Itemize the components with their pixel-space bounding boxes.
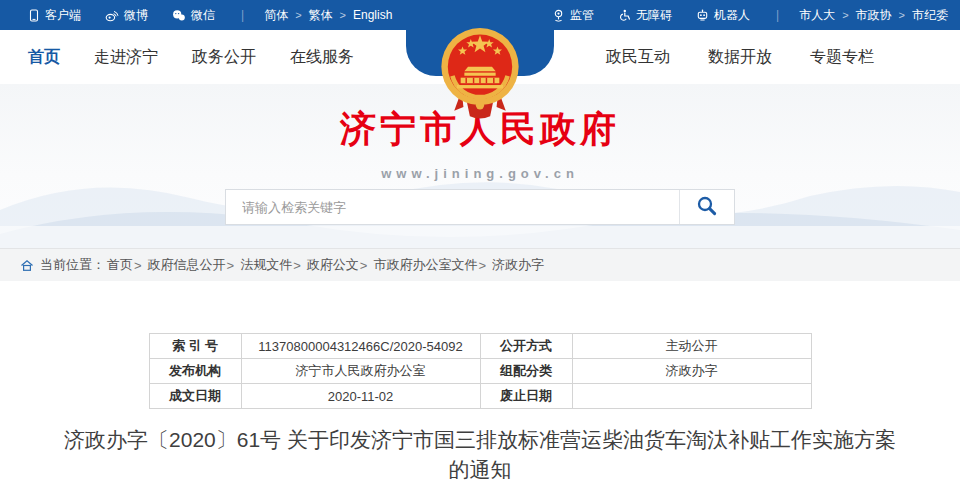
robot-icon [696, 9, 709, 22]
breadcrumb-item-gov-documents[interactable]: 政府公文 [307, 256, 359, 274]
lang-simplified-link[interactable]: 简体 [264, 7, 288, 24]
cppcc-link[interactable]: 市政协 [856, 7, 892, 24]
site-url: www.jining.gov.cn [0, 166, 960, 181]
document-metadata-table: 索 引 号 11370800004312466C/2020-54092 公开方式… [149, 333, 812, 409]
wechat-label: 微信 [191, 7, 215, 24]
breadcrumb-separator: > [134, 258, 142, 273]
nav-menu-left: 首页 走进济宁 政务公开 在线服务 [28, 47, 354, 68]
document-title: 济政办字〔2020〕61号 关于印发济宁市国三排放标准营运柴油货车淘汰补贴工作实… [54, 425, 906, 482]
table-cell-label: 废止日期 [480, 384, 572, 409]
table-cell-label: 成文日期 [149, 384, 241, 409]
nav-item-online-services[interactable]: 在线服务 [290, 47, 354, 68]
table-cell-value: 主动公开 [572, 334, 811, 359]
breadcrumb-separator: > [227, 258, 235, 273]
supervision-label: 监管 [570, 7, 594, 24]
site-link-separator: > [842, 9, 848, 21]
client-app-label: 客户端 [45, 7, 81, 24]
lang-english-link[interactable]: English [353, 8, 392, 22]
breadcrumb-item-office-documents[interactable]: 市政府办公室文件 [373, 256, 477, 274]
table-cell-label: 公开方式 [480, 334, 572, 359]
accessibility-icon [618, 9, 631, 22]
nav-item-home[interactable]: 首页 [28, 47, 60, 68]
wechat-link[interactable]: 微信 [172, 7, 215, 24]
mobile-icon [28, 9, 40, 22]
lang-separator: > [340, 9, 346, 21]
topbar-divider: | [241, 8, 244, 22]
wechat-icon [172, 9, 186, 22]
nav-item-about-jining[interactable]: 走进济宁 [94, 47, 158, 68]
breadcrumb-item-regulations[interactable]: 法规文件 [240, 256, 292, 274]
nav-item-gov-affairs[interactable]: 政务公开 [192, 47, 256, 68]
accessibility-link[interactable]: 无障碍 [618, 7, 672, 24]
table-row: 索 引 号 11370800004312466C/2020-54092 公开方式… [149, 334, 811, 359]
lang-traditional-link[interactable]: 繁体 [309, 7, 333, 24]
table-row: 发布机构 济宁市人民政府办公室 组配分类 济政办字 [149, 359, 811, 384]
document-page: 索 引 号 11370800004312466C/2020-54092 公开方式… [0, 281, 960, 482]
breadcrumb-item-current[interactable]: 济政办字 [492, 256, 544, 274]
nav-item-interaction[interactable]: 政民互动 [606, 47, 670, 68]
table-cell-value: 11370800004312466C/2020-54092 [241, 334, 480, 359]
search-icon [696, 195, 718, 220]
search-button[interactable] [679, 190, 734, 224]
nav-item-open-data[interactable]: 数据开放 [708, 47, 772, 68]
nav-menu-right: 政民互动 数据开放 专题专栏 [606, 47, 874, 68]
breadcrumb-separator: > [478, 258, 486, 273]
main-navigation: 首页 走进济宁 政务公开 在线服务 政民互动 数据开放 专题专栏 [0, 30, 960, 84]
table-cell-label: 组配分类 [480, 359, 572, 384]
topbar-divider: | [776, 8, 779, 22]
weibo-label: 微博 [124, 7, 148, 24]
table-row: 成文日期 2020-11-02 废止日期 [149, 384, 811, 409]
table-cell-value [572, 384, 811, 409]
government-site-links: 市人大 > 市政协 > 市纪委 [799, 7, 948, 24]
topbar-left-group: 客户端 微博 微信 | 简体 > 繁体 > English [28, 7, 392, 24]
table-cell-label: 索 引 号 [149, 334, 241, 359]
breadcrumb-prefix: 当前位置： [40, 256, 105, 274]
accessibility-label: 无障碍 [636, 7, 672, 24]
breadcrumb: 当前位置： 首页 > 政府信息公开 > 法规文件 > 政府公文 > 市政府办公室… [0, 248, 960, 281]
robot-link[interactable]: 机器人 [696, 7, 750, 24]
home-icon [20, 259, 34, 272]
supervision-icon [552, 9, 565, 22]
lang-separator: > [295, 9, 301, 21]
breadcrumb-separator: > [360, 258, 368, 273]
weibo-icon [105, 9, 119, 22]
discipline-committee-link[interactable]: 市纪委 [912, 7, 948, 24]
table-cell-value: 济政办字 [572, 359, 811, 384]
breadcrumb-item-info-disclosure[interactable]: 政府信息公开 [148, 256, 226, 274]
peoples-congress-link[interactable]: 市人大 [799, 7, 835, 24]
site-link-separator: > [899, 9, 905, 21]
topbar-right-group: 监管 无障碍 机器人 | 市人大 > 市政协 > 市纪委 [552, 7, 948, 24]
national-emblem-logo [434, 24, 526, 128]
weibo-link[interactable]: 微博 [105, 7, 148, 24]
table-cell-value: 济宁市人民政府办公室 [241, 359, 480, 384]
table-cell-label: 发布机构 [149, 359, 241, 384]
language-links: 简体 > 繁体 > English [264, 7, 392, 24]
nav-item-special-columns[interactable]: 专题专栏 [810, 47, 874, 68]
breadcrumb-item-home[interactable]: 首页 [107, 256, 133, 274]
breadcrumb-separator: > [293, 258, 301, 273]
search-box [225, 189, 735, 225]
search-input[interactable] [226, 190, 679, 224]
robot-label: 机器人 [714, 7, 750, 24]
table-cell-value: 2020-11-02 [241, 384, 480, 409]
client-app-link[interactable]: 客户端 [28, 7, 81, 24]
supervision-link[interactable]: 监管 [552, 7, 594, 24]
